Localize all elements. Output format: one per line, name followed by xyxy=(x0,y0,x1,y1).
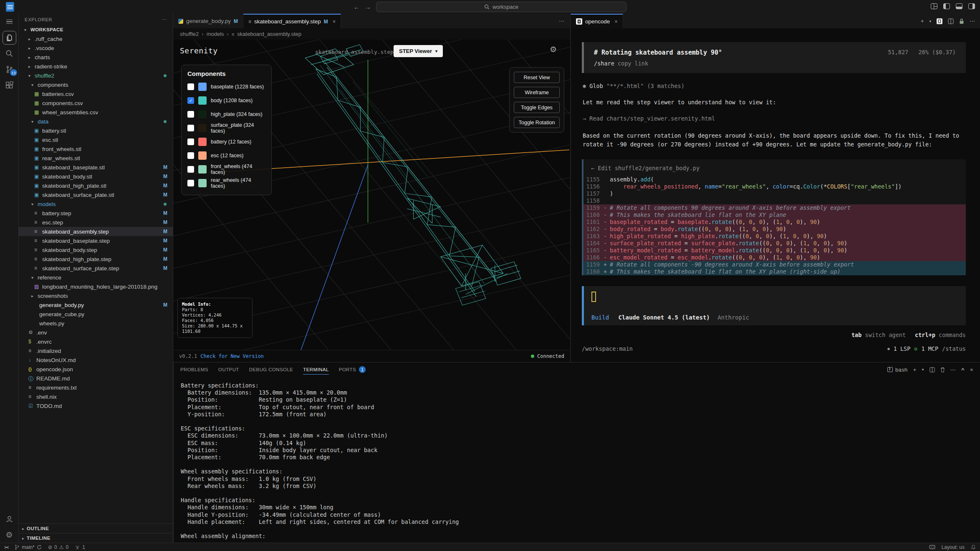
close-tab-icon[interactable]: × xyxy=(333,18,336,25)
tree-item-wheel-assemblies-csv[interactable]: ▦wheel_assemblies.csv xyxy=(19,108,173,117)
share-command[interactable]: /share xyxy=(594,60,614,67)
copilot-icon[interactable] xyxy=(929,545,935,549)
toggle-panel-icon[interactable] xyxy=(956,3,962,9)
customize-layout-icon[interactable] xyxy=(931,3,937,9)
component-checkbox[interactable] xyxy=(187,166,194,173)
panel-tab-terminal[interactable]: TERMINAL xyxy=(303,362,328,377)
toggle-sidebar-icon[interactable] xyxy=(943,3,950,9)
copy-link-label[interactable]: copy link xyxy=(618,60,648,67)
tree-item-env[interactable]: ⚙.env xyxy=(19,328,173,337)
ports-item[interactable]: 1 xyxy=(75,544,85,550)
model-name[interactable]: Claude Sonnet 4.5 (latest) xyxy=(619,314,710,321)
agent-mode[interactable]: Build xyxy=(591,314,609,321)
timeline-section[interactable]: ▸ TIMELINE xyxy=(19,533,173,543)
close-tab-icon[interactable]: × xyxy=(614,18,618,25)
tree-item-longboard-mounting-holes-large-201018-png[interactable]: ▨longboard_mounting_holes_large-201018.p… xyxy=(19,282,173,291)
tree-item-charts[interactable]: ▸charts xyxy=(19,53,173,62)
tree-item-envrc[interactable]: $.envrc xyxy=(19,337,173,346)
tree-item-readme-md[interactable]: iREADME.md xyxy=(19,374,173,383)
shell-profile[interactable]: bash xyxy=(887,367,908,373)
tree-item-generate-cube-py[interactable]: generate_cube.py xyxy=(19,309,173,319)
extensions-icon[interactable] xyxy=(0,77,19,93)
component-checkbox[interactable]: ✓ xyxy=(187,97,194,104)
toggle-secondary-sidebar-icon[interactable] xyxy=(968,3,975,9)
menu-icon[interactable] xyxy=(0,14,19,30)
tree-item-skateboard-baseplate-step[interactable]: ≡skateboard_baseplate.stepM xyxy=(19,236,173,245)
new-terminal-icon[interactable]: + xyxy=(913,367,917,373)
tree-item-models[interactable]: ▾models xyxy=(19,199,173,209)
tab-generate-body-py[interactable]: generate_body.py M xyxy=(173,14,243,28)
prompt-input[interactable]: Build Claude Sonnet 4.5 (latest) Anthrop… xyxy=(582,286,966,325)
bell-icon[interactable] xyxy=(971,544,976,550)
viewer-mode-select[interactable]: STEP Viewer ▾ xyxy=(394,45,443,57)
toggle-edges-button[interactable]: Toggle Edges xyxy=(514,102,560,113)
tree-item-wheels-py[interactable]: wheels.py xyxy=(19,319,173,328)
wireframe-button[interactable]: Wireframe xyxy=(514,87,560,98)
split-terminal-icon[interactable] xyxy=(929,367,935,372)
chevron-down-icon[interactable]: ▾ xyxy=(929,19,931,23)
tab-opencode[interactable]: opencode × xyxy=(571,14,623,28)
tree-item-initialized[interactable]: ≡.initialized xyxy=(19,346,173,355)
tree-item-notesonux-md[interactable]: ↓NotesOnUX.md xyxy=(19,355,173,365)
tree-item-batteries-csv[interactable]: ▦batteries.csv xyxy=(19,89,173,98)
viewer-settings-gear-icon[interactable]: ⚙ xyxy=(550,45,557,54)
close-panel-icon[interactable]: × xyxy=(970,367,973,373)
tree-item-radient-strike[interactable]: ▸radient-strike xyxy=(19,62,173,71)
component-checkbox[interactable] xyxy=(187,83,194,90)
tree-item-skateboard-surface-plate-step[interactable]: ≡skateboard_surface_plate.stepM xyxy=(19,264,173,273)
lock-icon[interactable] xyxy=(959,18,964,24)
tree-item-generate-body-py[interactable]: generate_body.pyM xyxy=(19,300,173,309)
tree-item-todo-md[interactable]: ☑TODO.md xyxy=(19,401,173,410)
search-sidebar-icon[interactable] xyxy=(0,45,19,61)
tree-item-skateboard-high-plate-stl[interactable]: ▣skateboard_high_plate.stlM xyxy=(19,181,173,190)
forward-icon[interactable]: → xyxy=(365,3,371,10)
panel-tab-problems[interactable]: PROBLEMS xyxy=(180,362,208,377)
tree-item-rear-wheels-stl[interactable]: ▣rear_wheels.stl xyxy=(19,153,173,163)
tree-item-reference[interactable]: ▾reference xyxy=(19,273,173,282)
reset-view-button[interactable]: Reset View xyxy=(514,72,560,83)
component-checkbox[interactable] xyxy=(187,180,194,186)
explorer-icon[interactable] xyxy=(0,30,19,45)
tree-item-data[interactable]: ▾data xyxy=(19,117,173,126)
breadcrumb[interactable]: shuffle2 › models › ≡ skateboard_assembl… xyxy=(173,28,570,40)
breadcrumb-file[interactable]: skateboard_assembly.step xyxy=(237,31,301,37)
tree-item-esc-step[interactable]: ≡esc.stepM xyxy=(19,218,173,227)
tab-skateboard-assembly-step[interactable]: ≡ skateboard_assembly.step M × xyxy=(243,14,341,28)
tree-item-battery-step[interactable]: ≡battery.stepM xyxy=(19,209,173,218)
tree-item-workspace[interactable]: ▾WORKSPACE xyxy=(19,25,173,34)
breadcrumb-folder[interactable]: shuffle2 xyxy=(180,31,199,37)
terminal-output[interactable]: Battery specifications: Battery dimensio… xyxy=(174,377,980,540)
keyboard-layout[interactable]: Layout: us xyxy=(942,544,965,550)
account-icon[interactable] xyxy=(0,511,19,527)
editor-actions-more-icon[interactable]: ⋯ xyxy=(559,18,570,24)
component-checkbox[interactable] xyxy=(187,111,194,118)
more-actions-icon[interactable]: ⋯ xyxy=(970,18,975,24)
command-center-search[interactable]: workspace xyxy=(376,2,626,12)
tree-item-requirements-txt[interactable]: ≡requirements.txt xyxy=(19,383,173,392)
panel-tab-output[interactable]: OUTPUT xyxy=(218,362,239,377)
component-checkbox[interactable] xyxy=(187,138,194,145)
tree-item-ruff-cache[interactable]: ▸.ruff_cache xyxy=(19,34,173,43)
check-new-version-link[interactable]: Check for New Version xyxy=(200,353,264,359)
tree-item-components-csv[interactable]: ▦components.csv xyxy=(19,98,173,108)
panel-tab-ports[interactable]: PORTS1 xyxy=(339,362,366,377)
back-icon[interactable]: ← xyxy=(354,3,360,10)
new-terminal-icon[interactable]: + xyxy=(921,18,924,24)
tree-item-skateboard-surface-plate-stl[interactable]: ▣skateboard_surface_plate.stlM xyxy=(19,190,173,199)
breadcrumb-folder[interactable]: models xyxy=(207,31,224,37)
tree-item-components[interactable]: ▾components xyxy=(19,80,173,89)
kill-terminal-trash-icon[interactable] xyxy=(940,367,945,372)
tree-item-esc-stl[interactable]: ▣esc.stl xyxy=(19,135,173,144)
component-checkbox[interactable] xyxy=(187,152,194,159)
toggle-rotation-button[interactable]: Toggle Rotation xyxy=(514,117,560,128)
tree-item-skateboard-baseplate-stl[interactable]: ▣skateboard_baseplate.stlM xyxy=(19,163,173,172)
tree-item-shuffle2[interactable]: ▾shuffle2 xyxy=(19,71,173,80)
source-control-icon[interactable]: 13 xyxy=(0,61,19,77)
opencode-panel-icon[interactable] xyxy=(937,18,942,24)
more-actions-icon[interactable]: ⋯ xyxy=(950,367,956,373)
chevron-down-icon[interactable]: ▾ xyxy=(922,367,924,372)
remote-indicator[interactable]: >< xyxy=(4,545,8,550)
status-command[interactable]: /status xyxy=(942,345,966,352)
outline-section[interactable]: ▸ OUTLINE xyxy=(19,523,173,533)
split-editor-icon[interactable] xyxy=(948,18,954,24)
